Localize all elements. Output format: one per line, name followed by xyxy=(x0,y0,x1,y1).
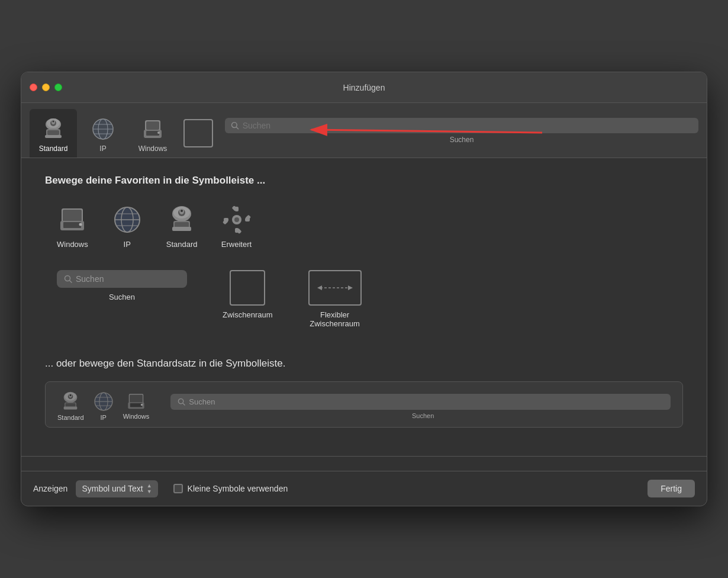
display-mode-value: Symbol und Text xyxy=(82,484,143,493)
preview-windows[interactable]: Windows xyxy=(123,393,150,420)
toolbar-drop-target xyxy=(183,119,213,147)
maximize-button[interactable] xyxy=(54,84,62,91)
tab-windows-label: Windows xyxy=(138,144,167,153)
display-mode-select[interactable]: Symbol und Text ▲ ▼ xyxy=(76,480,157,497)
svg-marker-54 xyxy=(317,285,322,290)
search-item-placeholder: Suchen xyxy=(76,274,104,284)
svg-rect-17 xyxy=(146,131,159,136)
kleine-symbole-checkbox[interactable] xyxy=(173,484,183,493)
windows-toolbar-icon xyxy=(137,114,168,144)
preview-search-placeholder: Suchen xyxy=(189,397,215,406)
svg-point-60 xyxy=(70,394,72,396)
svg-point-18 xyxy=(157,131,160,134)
item-erweitert[interactable]: Erweitert xyxy=(221,204,252,249)
toolbar-search-box[interactable] xyxy=(225,118,698,133)
preview-ip-label: IP xyxy=(100,414,106,421)
svg-rect-40 xyxy=(172,227,191,231)
titlebar: Hinzufügen xyxy=(21,72,707,103)
kleine-symbole-wrap: Kleine Symbole verwenden xyxy=(173,484,288,493)
spacer-box xyxy=(230,270,265,306)
flex-spacer-box xyxy=(308,270,362,306)
search-small-icon xyxy=(64,275,72,283)
svg-rect-63 xyxy=(64,407,78,410)
minimize-button[interactable] xyxy=(42,84,50,91)
preview-windows-label: Windows xyxy=(123,413,150,420)
standard-icon xyxy=(38,114,69,144)
svg-rect-15 xyxy=(146,121,159,130)
preview-search-icon xyxy=(178,398,185,406)
bottom-divider xyxy=(21,456,707,457)
svg-rect-24 xyxy=(63,210,82,221)
tab-ip[interactable]: IP xyxy=(79,109,127,158)
svg-marker-55 xyxy=(348,285,353,290)
toolbar-preview: Standard IP xyxy=(45,381,683,428)
toolbar: Standard IP xyxy=(21,103,707,158)
item-ip-label: IP xyxy=(124,240,131,249)
item-suchen[interactable]: Suchen Suchen xyxy=(57,270,187,301)
select-arrows-icon: ▲ ▼ xyxy=(147,483,152,494)
preview-ip[interactable]: IP xyxy=(94,391,114,421)
item-flexibler-zwischenraum-label: Flexibler Zwischenraum xyxy=(310,310,360,328)
item-standard[interactable]: Standard xyxy=(166,204,198,249)
preview-search-box: Suchen xyxy=(170,394,671,410)
item-zwischenraum-label: Zwischenraum xyxy=(223,310,273,319)
svg-rect-70 xyxy=(130,394,143,403)
item-ip-icon xyxy=(112,204,143,235)
instruction-text-1: Bewege deine Favoriten in die Symbolleis… xyxy=(45,175,683,187)
svg-point-42 xyxy=(234,217,239,222)
toolbar-search-input[interactable] xyxy=(243,121,692,130)
preview-ip-icon xyxy=(94,391,114,412)
ip-icon xyxy=(88,114,118,144)
close-button[interactable] xyxy=(30,84,37,91)
item-ip[interactable]: IP xyxy=(112,204,143,249)
traffic-lights xyxy=(30,84,62,91)
svg-line-75 xyxy=(183,403,185,404)
preview-standard-label: Standard xyxy=(57,414,84,421)
svg-point-13 xyxy=(93,119,113,139)
svg-line-52 xyxy=(70,281,72,283)
item-standard-label: Standard xyxy=(166,240,198,249)
svg-line-20 xyxy=(236,127,238,129)
search-icon xyxy=(231,121,239,130)
items-grid-row1: Windows IP xyxy=(45,204,683,249)
svg-point-27 xyxy=(79,223,82,226)
svg-rect-26 xyxy=(63,222,81,228)
flex-spacer-arrows-icon xyxy=(317,282,353,294)
tab-standard-label: Standard xyxy=(39,144,68,153)
windows-icon xyxy=(57,204,88,235)
preview-items: Standard IP xyxy=(57,391,671,421)
tab-windows[interactable]: Windows xyxy=(129,109,176,158)
tab-standard[interactable]: Standard xyxy=(30,109,77,158)
toolbar-search-label: Suchen xyxy=(225,136,698,144)
bottom-bar: Anzeigen Symbol und Text ▲ ▼ Kleine Symb… xyxy=(21,471,707,506)
preview-standard[interactable]: Standard xyxy=(57,391,84,421)
preview-windows-icon xyxy=(126,393,146,410)
svg-rect-7 xyxy=(45,135,62,138)
svg-rect-72 xyxy=(130,403,142,407)
svg-point-73 xyxy=(141,404,143,406)
search-item-box: Suchen xyxy=(57,270,187,288)
svg-point-4 xyxy=(53,121,54,123)
window-title: Hinzufügen xyxy=(343,83,385,92)
tab-ip-label: IP xyxy=(99,144,106,153)
preview-standard-icon xyxy=(60,391,80,412)
anzeigen-label: Anzeigen xyxy=(33,484,67,493)
kleine-symbole-label: Kleine Symbole verwenden xyxy=(188,484,288,493)
item-standard-icon xyxy=(166,204,197,235)
item-erweitert-label: Erweitert xyxy=(221,240,252,249)
gear-icon xyxy=(221,204,252,235)
items-grid-row2: Suchen Suchen Zwischenraum Flexibler xyxy=(45,270,683,328)
fertig-button[interactable]: Fertig xyxy=(648,480,695,497)
content-area: Bewege deine Favoriten in die Symbolleis… xyxy=(21,158,707,456)
item-flexibler-zwischenraum[interactable]: Flexibler Zwischenraum xyxy=(308,270,362,328)
toolbar-search-area: Suchen xyxy=(225,118,698,144)
svg-point-37 xyxy=(181,210,183,212)
item-windows-label: Windows xyxy=(57,240,88,249)
item-suchen-label: Suchen xyxy=(109,293,135,301)
main-window: Hinzufügen Standard xyxy=(21,72,707,506)
svg-rect-6 xyxy=(47,130,59,135)
instruction-text-2: ... oder bewege den Standardsatz in die … xyxy=(45,358,683,370)
item-zwischenraum[interactable]: Zwischenraum xyxy=(223,270,273,319)
preview-search-area: Suchen Suchen xyxy=(170,394,671,419)
item-windows[interactable]: Windows xyxy=(57,204,88,249)
